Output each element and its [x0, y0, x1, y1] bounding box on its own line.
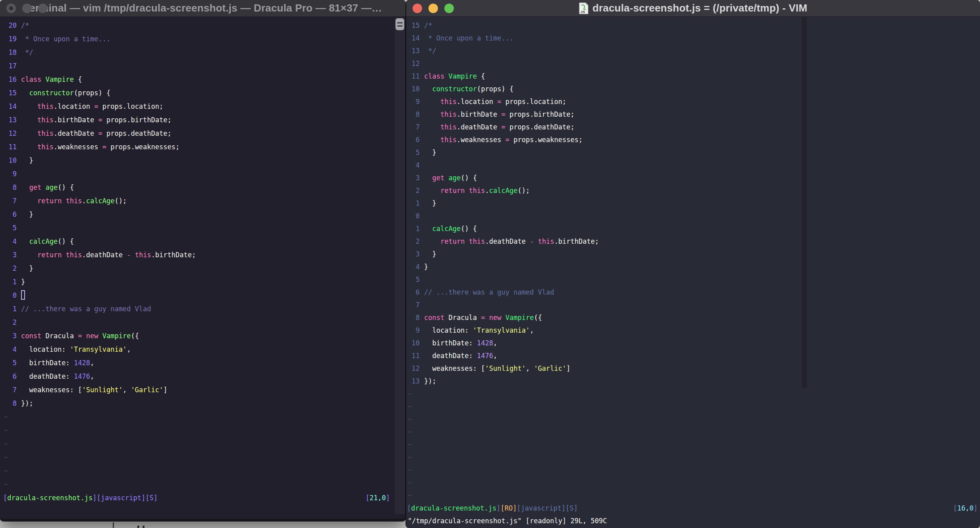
terminal-scrollbar[interactable] [395, 17, 405, 514]
code-line[interactable]: 11 deathDate: 1476, [407, 349, 980, 362]
code-line[interactable]: 12 weaknesses: ['Sunlight', 'Garlic'] [407, 362, 980, 375]
code-line[interactable]: 5 birthDate: 1428, [3, 356, 394, 370]
line-number: 15 [407, 21, 420, 29]
code-line[interactable]: 8const Dracula = new Vampire({ [407, 311, 980, 324]
code-line[interactable]: 4} [407, 260, 980, 273]
code-line[interactable]: 6 } [3, 208, 394, 221]
scrollbar-column[interactable] [802, 17, 807, 388]
token: deathDate: [21, 372, 74, 380]
vim-cmdline[interactable]: "/tmp/dracula-screenshot.js" [readonly] … [407, 515, 980, 527]
code-line[interactable]: 1} [3, 275, 394, 289]
code-line[interactable]: 2 return this.deathDate - this.birthDate… [407, 235, 980, 248]
code-line[interactable]: 9 [3, 167, 394, 181]
token [41, 183, 45, 191]
code-line[interactable]: 1 } [407, 197, 980, 210]
code-line[interactable]: 4 calcAge() { [3, 235, 394, 248]
code-line[interactable]: 7 this.deathDate = props.deathDate; [407, 121, 980, 133]
code-line[interactable]: 11class Vampire { [407, 70, 980, 83]
code-line[interactable]: 12 [407, 57, 980, 70]
code-line[interactable]: 7 return this.calcAge(); [3, 194, 394, 208]
code-line[interactable]: 18 */ [3, 46, 394, 59]
line-number: 1 [3, 278, 17, 286]
tilde-row: ~ [407, 464, 980, 476]
zoom-button[interactable] [444, 4, 454, 13]
code-line[interactable]: 11 this.weaknesses = props.weaknesses; [3, 140, 394, 154]
token: .location [457, 98, 497, 106]
code-line[interactable]: 13}); [407, 375, 980, 387]
tilde-marker: ~ [407, 453, 412, 461]
token: .weaknesses [457, 136, 505, 144]
code-line[interactable]: 9 location: 'Transylvania', [407, 324, 980, 337]
code-line[interactable]: 10 constructor(props) { [407, 83, 980, 95]
scrollbar-knob-icon[interactable] [395, 18, 404, 30]
code-line[interactable]: 5 [3, 221, 394, 235]
token: ] [566, 364, 570, 372]
terminal-window-title: Terminal — vim /tmp/dracula-screenshot.j… [0, 2, 406, 14]
code-line[interactable]: 1// ...there was a guy named Vlad [3, 302, 394, 316]
code-text: constructor(props) { [21, 89, 110, 97]
code-line[interactable]: 0 [3, 289, 394, 302]
code-line[interactable]: 8 get age() { [3, 181, 394, 194]
code-line[interactable]: 9 this.location = props.location; [407, 95, 980, 108]
cmdline-text: "/tmp/dracula-screenshot.js" [readonly] … [407, 517, 607, 525]
code-line[interactable]: 13 this.birthDate = props.birthDate; [3, 113, 394, 127]
vim-cmdline[interactable] [3, 505, 394, 518]
code-line[interactable]: 0 [407, 210, 980, 222]
code-line[interactable]: 10 } [3, 154, 394, 167]
code-text: } [21, 278, 25, 286]
close-button[interactable] [413, 4, 422, 13]
vim-buffer-right[interactable]: 15/*14 * Once upon a time...13 */1211cla… [406, 17, 980, 528]
token [21, 89, 29, 97]
code-line[interactable]: 16class Vampire { [3, 73, 394, 86]
code-line[interactable]: 3 return this.deathDate - this.birthDate… [3, 248, 394, 262]
code-line[interactable]: 6// ...there was a guy named Vlad [407, 286, 980, 299]
vim-buffer-left[interactable]: 20/*19 * Once upon a time...18 */1716cla… [0, 17, 394, 518]
code-line[interactable]: 17 [3, 59, 394, 73]
code-line[interactable]: 2 return this.calcAge(); [407, 184, 980, 197]
code-line[interactable]: 12 this.deathDate = props.deathDate; [3, 127, 394, 140]
token: 1428 [74, 359, 90, 367]
terminal-titlebar[interactable]: Terminal — vim /tmp/dracula-screenshot.j… [0, 0, 406, 17]
code-line[interactable]: 2 [3, 316, 394, 329]
code-line[interactable]: 7 weaknesses: ['Sunlight', 'Garlic'] [3, 383, 394, 397]
minimize-button[interactable] [22, 4, 32, 13]
macvim-titlebar[interactable]: JS dracula-screenshot.js = (/private/tmp… [406, 0, 980, 17]
code-line[interactable]: 4 [407, 159, 980, 172]
code-line[interactable]: 6 this.weaknesses = props.weaknesses; [407, 133, 980, 146]
code-text: } [424, 148, 436, 156]
tilde-row: ~ [3, 437, 394, 451]
code-line[interactable]: 8}); [3, 397, 394, 410]
code-line[interactable]: 13 */ [407, 44, 980, 57]
close-button[interactable] [6, 4, 16, 13]
code-line[interactable]: 3const Dracula = new Vampire({ [3, 329, 394, 343]
code-line[interactable]: 3 get age() { [407, 172, 980, 184]
code-line[interactable]: 19 * Once upon a time... [3, 32, 394, 46]
token: 'Transylvania' [473, 326, 530, 334]
tilde-marker: ~ [3, 467, 8, 475]
token: get [29, 183, 41, 191]
code-line[interactable]: 15 constructor(props) { [3, 86, 394, 100]
code-line[interactable]: 7 [407, 299, 980, 311]
code-line[interactable]: 1 calcAge() { [407, 222, 980, 235]
code-line[interactable]: 14 * Once upon a time... [407, 32, 980, 44]
code-line[interactable]: 10 birthDate: 1428, [407, 337, 980, 349]
line-number: 4 [3, 237, 17, 245]
code-line[interactable]: 6 deathDate: 1476, [3, 370, 394, 383]
code-line[interactable]: 8 this.birthDate = props.birthDate; [407, 108, 980, 121]
zoom-button[interactable] [38, 4, 48, 13]
tilde-row: ~ [407, 438, 980, 451]
tilde-marker: ~ [407, 479, 412, 487]
token: * Once upon a time... [424, 34, 513, 42]
code-line[interactable]: 14 this.location = props.location; [3, 100, 394, 113]
code-line[interactable]: 20/* [3, 19, 394, 32]
code-line[interactable]: 3 } [407, 248, 980, 260]
code-line[interactable]: 4 location: 'Transylvania', [3, 343, 394, 356]
token: this [440, 110, 457, 118]
minimize-button[interactable] [428, 4, 438, 13]
token: () { [461, 174, 477, 182]
line-number: 15 [3, 89, 17, 97]
code-line[interactable]: 5 [407, 273, 980, 286]
code-line[interactable]: 2 } [3, 262, 394, 275]
code-line[interactable]: 5 } [407, 146, 980, 159]
code-line[interactable]: 15/* [407, 19, 980, 32]
